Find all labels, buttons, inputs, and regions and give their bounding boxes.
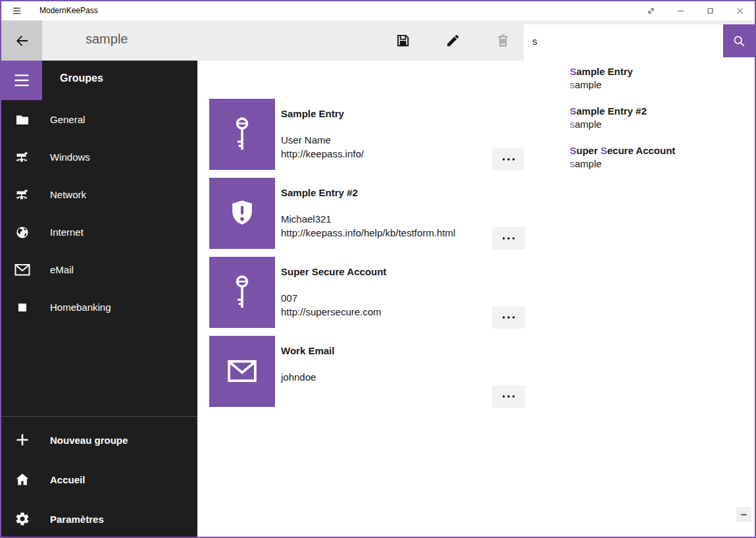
command-bar-actions (386, 24, 519, 57)
delete-button[interactable] (486, 24, 519, 57)
sidebar-item-label: Nouveau groupe (50, 435, 128, 446)
sidebar-item-label: Homebanking (50, 302, 111, 313)
groups-heading: Groupes (60, 72, 103, 84)
search-suggestions: Sample EntrysampleSample Entry #2sampleS… (524, 57, 755, 190)
entry-username: Michael321 (281, 213, 332, 225)
save-icon (395, 33, 411, 48)
network-icon (14, 149, 30, 165)
sidebar-item-windows[interactable]: Windows (1, 138, 197, 176)
mail-icon (226, 360, 258, 383)
database-title: sample (86, 32, 128, 47)
key-icon (231, 275, 253, 310)
maximize-button[interactable] (695, 1, 725, 20)
minimize-icon (676, 6, 686, 16)
sidebar-item-internet[interactable]: Internet (1, 213, 197, 251)
search-icon (732, 34, 746, 48)
more-icon (501, 230, 517, 246)
suggestion-group: sample (570, 118, 755, 131)
database-folder-icon (55, 33, 68, 47)
folder-icon (14, 112, 30, 128)
minimize-button[interactable] (666, 1, 695, 20)
match-highlight: S (570, 145, 576, 156)
semantic-zoom-out-button[interactable] (736, 507, 751, 522)
entry-item-super-secure-account[interactable]: Super Secure Account007http://supersecur… (197, 257, 755, 336)
back-arrow-icon (13, 32, 30, 49)
mail-icon (14, 262, 30, 278)
entry-more-button[interactable] (492, 227, 525, 250)
entry-more-button[interactable] (492, 385, 525, 408)
edit-button[interactable] (436, 24, 469, 57)
back-button[interactable] (1, 20, 42, 61)
sidebar-item-general[interactable]: General (1, 101, 197, 138)
sidebar-item-param-tres[interactable]: Paramètres (1, 499, 197, 538)
hamburger-icon[interactable] (12, 6, 22, 16)
entry-more-button[interactable] (492, 148, 525, 171)
match-highlight: s (570, 79, 575, 90)
key-icon (231, 117, 253, 152)
sidebar-item-label: Accueil (50, 474, 85, 485)
fullscreen-icon (646, 6, 656, 16)
sidebar-item-network[interactable]: Network (1, 176, 197, 213)
entry-url: http://keepass.info/help/kb/testform.htm… (281, 227, 455, 238)
entry-item-work-email[interactable]: Work Emailjohndoe (197, 336, 755, 415)
entry-more-button[interactable] (492, 306, 525, 329)
entry-username: User Name (281, 134, 331, 146)
home-icon (14, 471, 30, 487)
minus-icon (739, 510, 749, 520)
pane-divider (1, 416, 197, 417)
entry-url: http://supersecure.com (281, 306, 382, 317)
save-button[interactable] (386, 24, 419, 57)
sidebar-item-label: Paramètres (50, 514, 104, 525)
entry-tile (209, 178, 275, 249)
entry-tile (209, 257, 275, 328)
window-title: ModernKeePass (39, 6, 98, 15)
suggestion-item-sample-entry[interactable]: Sample Entrysample (570, 65, 755, 92)
sidebar-item-homebanking[interactable]: Homebanking (1, 288, 197, 326)
entry-username: 007 (281, 292, 297, 304)
window-controls (636, 1, 755, 20)
entry-title: Super Secure Account (281, 266, 386, 277)
match-highlight: s (570, 119, 575, 130)
entry-title: Sample Entry (281, 108, 344, 119)
entry-title: Sample Entry #2 (281, 187, 358, 198)
group-list: GeneralWindowsNetworkInterneteMailHomeba… (1, 101, 197, 326)
trash-icon (495, 33, 511, 48)
entry-title: Work Email (281, 345, 334, 356)
entry-url: http://keepass.info/ (281, 148, 364, 159)
sidebar-item-label: Network (50, 189, 86, 200)
sidebar-item-label: Windows (50, 151, 90, 163)
match-highlight: S (601, 145, 607, 156)
hamburger-icon (13, 71, 31, 90)
suggestion-group: sample (570, 157, 755, 171)
entry-tile (209, 336, 275, 407)
app-window: ModernKeePass sample Groupes GeneralWind… (0, 0, 756, 538)
match-highlight: S (570, 66, 576, 77)
sidebar-item-accueil[interactable]: Accueil (1, 460, 197, 499)
close-icon (735, 6, 745, 16)
suggestion-item-sample-entry-2[interactable]: Sample Entry #2sample (570, 105, 755, 131)
close-button[interactable] (725, 1, 755, 20)
suggestion-group: sample (570, 78, 755, 92)
fullscreen-button[interactable] (636, 1, 666, 20)
title-bar: ModernKeePass (1, 1, 755, 20)
suggestion-title: Sample Entry #2 (570, 105, 755, 118)
square-icon (14, 300, 30, 315)
sidebar-item-label: Internet (50, 227, 84, 238)
sidebar-item-label: General (50, 114, 85, 125)
suggestion-item-super-secure-account[interactable]: Super Secure Accountsample (570, 144, 755, 171)
pane-footer: Nouveau groupeAccueilParamètres (1, 420, 197, 538)
maximize-icon (705, 6, 715, 16)
search-input[interactable] (524, 24, 723, 57)
match-highlight: s (570, 158, 575, 169)
edit-icon (445, 33, 461, 48)
plus-icon (14, 432, 30, 448)
match-highlight: S (570, 105, 576, 117)
groups-pane: Groupes GeneralWindowsNetworkInterneteMa… (1, 61, 197, 537)
more-icon (501, 309, 517, 325)
entry-username: johndoe (281, 371, 316, 383)
shield-alert-icon (227, 199, 257, 229)
sidebar-item-email[interactable]: eMail (1, 251, 197, 288)
search-button[interactable] (723, 24, 755, 57)
sidebar-item-nouveau-groupe[interactable]: Nouveau groupe (1, 420, 197, 460)
nav-menu-button[interactable] (1, 61, 42, 100)
